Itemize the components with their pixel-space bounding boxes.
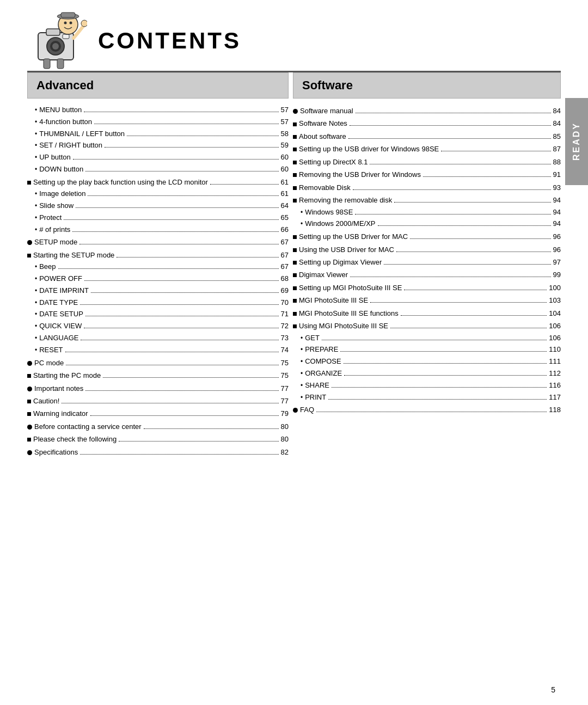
advanced-header: Advanced	[27, 72, 289, 99]
dots-leader	[356, 113, 551, 113]
page-ref: 94	[553, 206, 561, 218]
list-item: About software85	[293, 130, 561, 142]
dots-leader	[441, 151, 550, 151]
list-item: •Beep67	[27, 261, 289, 273]
list-item: Removing the removable disk94	[293, 193, 561, 206]
bullet-icon: •	[301, 333, 303, 344]
page-title: CONTENTS	[98, 28, 241, 54]
list-item: •PRINT117	[293, 391, 561, 403]
page-container: READY	[0, 0, 588, 705]
bullet-icon	[27, 433, 31, 445]
page-ref: 67	[281, 261, 289, 272]
list-item: •DATE TYPE70	[27, 297, 289, 309]
item-text: RESET	[39, 344, 63, 355]
list-item: •POWER OFF68	[27, 273, 289, 285]
item-text: Caution!	[33, 395, 59, 407]
page-ref: 74	[281, 344, 289, 355]
dots-leader	[66, 365, 278, 365]
page-ref: 66	[281, 224, 289, 235]
bullet-icon	[293, 256, 297, 268]
list-item: Software manual84	[293, 104, 561, 117]
list-item: PC mode75	[27, 356, 289, 369]
page-ref: 79	[281, 408, 289, 419]
svg-rect-5	[63, 34, 69, 39]
item-text: Setting up DirectX 8.1	[299, 156, 367, 168]
list-item: Important notes77	[27, 382, 289, 394]
ready-tab: READY	[565, 98, 588, 185]
ready-tab-text: READY	[572, 122, 581, 161]
software-header: Software	[293, 72, 561, 99]
bullet-icon: •	[301, 207, 303, 218]
item-text: Windows 98SE	[305, 206, 353, 218]
section-headers: Advanced Software	[27, 72, 561, 99]
svg-rect-10	[61, 13, 75, 17]
page-ref: 77	[281, 395, 289, 407]
bullet-icon	[293, 105, 298, 117]
page-ref: 93	[553, 182, 561, 193]
item-text: COMPOSE	[305, 355, 341, 367]
bullet-icon	[293, 269, 297, 280]
page-ref: 68	[281, 273, 289, 284]
dots-leader	[94, 124, 278, 124]
item-text: GET	[305, 332, 320, 344]
bullet-icon	[293, 118, 297, 129]
bullet-icon	[27, 357, 32, 369]
list-item: •4-function button57	[27, 116, 289, 128]
content-area: •MENU button57•4-function button57•THUMB…	[27, 104, 561, 458]
dots-leader	[344, 363, 547, 364]
list-item: •SET / RIGHT button59	[27, 139, 289, 151]
bullet-icon: •	[35, 189, 37, 200]
list-item: •THUMBNAIL / LEFT button58	[27, 128, 289, 140]
page-ref: 61	[281, 188, 289, 199]
dots-leader	[344, 375, 547, 376]
dots-leader	[370, 164, 550, 164]
item-text: Setting up the USB Driver for MAC	[299, 231, 408, 242]
page-ref: 75	[281, 357, 289, 369]
list-item: •Protect65	[27, 212, 289, 224]
item-text: Slide show	[39, 200, 74, 211]
bullet-icon: •	[301, 357, 303, 367]
bullet-icon: •	[301, 393, 303, 403]
dots-leader	[88, 195, 278, 196]
list-item: MGI PhotoSuite III SE functions104	[293, 306, 561, 319]
page-ref: 112	[549, 367, 561, 379]
list-item: •GET106	[293, 332, 561, 344]
item-text: About software	[299, 131, 346, 142]
list-item: •SHARE116	[293, 379, 561, 391]
dots-leader	[64, 219, 278, 220]
dots-leader	[103, 377, 278, 378]
list-item: •DATE SETUP71	[27, 308, 289, 320]
dots-leader	[81, 340, 278, 340]
dots-leader	[378, 225, 551, 226]
item-text: Setting up Digimax Viewer	[299, 256, 382, 268]
page-ref: 111	[549, 355, 561, 367]
item-text: Specifications	[34, 446, 78, 458]
page-ref: 84	[553, 105, 561, 117]
item-text: Please check the following	[33, 433, 117, 445]
dots-leader	[210, 184, 279, 185]
page-ref: 70	[281, 297, 289, 308]
svg-point-3	[52, 43, 59, 50]
page-ref: 65	[281, 212, 289, 223]
bullet-icon	[27, 421, 32, 432]
page-ref: 67	[281, 236, 289, 248]
list-item: Starting the PC mode75	[27, 369, 289, 381]
item-text: Before contacting a service center	[34, 421, 142, 432]
dots-leader	[350, 277, 550, 277]
page-ref: 99	[553, 269, 561, 280]
list-item: •Image deletion61	[27, 188, 289, 200]
dots-leader	[410, 238, 550, 239]
page-ref: 110	[549, 344, 561, 355]
item-text: UP button	[39, 151, 71, 163]
bullet-icon: •	[35, 164, 37, 175]
page-ref: 57	[281, 116, 289, 127]
bullet-icon: •	[35, 309, 37, 320]
item-text: FAQ	[300, 404, 314, 415]
item-text: Protect	[39, 212, 62, 223]
mascot-icon	[27, 11, 87, 71]
page-ref: 116	[549, 379, 561, 391]
item-text: SET / RIGHT button	[39, 139, 102, 151]
item-text: POWER OFF	[39, 273, 82, 284]
bullet-icon: •	[35, 345, 37, 356]
dots-leader	[144, 428, 279, 429]
